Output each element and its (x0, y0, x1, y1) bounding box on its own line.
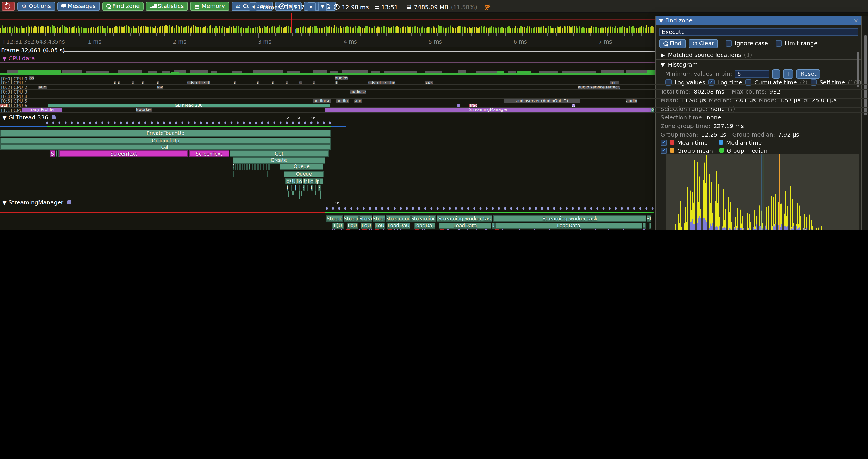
cpu-timeline-chip[interactable]: GLThread 336 (48, 104, 330, 108)
cpu-data-header[interactable]: ▼ CPU data (2, 55, 35, 61)
cpu-timeline-chip[interactable]: c (234, 81, 236, 85)
zone-bar[interactable] (307, 185, 308, 191)
limit-range-checkbox[interactable] (776, 40, 782, 46)
context-switch-marker[interactable]: C (440, 229, 444, 230)
ignore-case-checkbox[interactable] (725, 40, 732, 46)
toolbar-button[interactable]: Messages (57, 1, 100, 11)
glthread-header[interactable]: ▼ GLThread 336 (2, 114, 56, 121)
context-switch-marker[interactable]: C (346, 229, 350, 230)
zone-bar[interactable]: OnTouchUp (0, 137, 331, 143)
zone-bar[interactable] (291, 185, 292, 191)
streamingmanager-header[interactable]: ▼ StreamingManager (2, 199, 71, 205)
context-switch-marker[interactable]: C (375, 229, 378, 230)
matched-locations-toggle[interactable]: ▶Matched source locations(1) (661, 52, 752, 58)
context-switch-marker[interactable]: C (363, 229, 367, 230)
find-button[interactable]: Find (659, 39, 686, 48)
cpu-timeline-chip[interactable]: c (272, 81, 274, 85)
find-zone-titlebar[interactable]: ▼ Find zone× (656, 16, 861, 24)
zone-bar[interactable]: S (50, 151, 55, 157)
zone-bar[interactable] (263, 164, 264, 170)
zone-bar[interactable]: U (643, 223, 645, 229)
zone-bar[interactable] (260, 164, 261, 170)
cpu-timeline-chip[interactable]: ( (336, 81, 338, 85)
zone-bar[interactable]: Lo (296, 178, 303, 184)
zone-bar[interactable] (649, 223, 651, 229)
zone-bar[interactable]: Streaming (411, 215, 436, 222)
zone-bar[interactable]: U (292, 178, 296, 184)
cpu-timeline-chip[interactable]: c (299, 81, 302, 85)
zone-bar[interactable]: |~ (318, 185, 320, 191)
clear-button[interactable]: ⊘Clear (688, 39, 718, 48)
cpu-timeline-chip[interactable]: c (157, 81, 159, 85)
zone-bar[interactable]: Streaming (386, 215, 411, 222)
cpu-timeline-chip[interactable]: Tracy Profiler (22, 108, 62, 112)
cpu-timeline-chip[interactable]: Trac (469, 104, 477, 108)
zone-bar[interactable]: L(U (332, 223, 343, 229)
mean-time-checkbox[interactable]: ✓ (661, 139, 667, 145)
zone-bar[interactable]: LoU (347, 223, 358, 229)
frame-label[interactable]: Frame 32,661 (6.05 s) (1, 47, 65, 54)
zone-bar[interactable]: Up (303, 178, 307, 184)
toolbar-button[interactable]: Find zone (102, 1, 144, 11)
zone-bar[interactable] (254, 164, 256, 170)
zone-bar[interactable]: LoadDaU (414, 223, 435, 229)
zone-bar[interactable]: ( (268, 164, 270, 170)
zone-bar[interactable]: PrivateTouchUp (0, 130, 331, 136)
zone-bar[interactable]: E (232, 164, 234, 170)
cpu-timeline-chip[interactable]: c (131, 81, 134, 85)
zone-bar[interactable]: LoadDaU (387, 223, 410, 229)
cpu-timeline-chip[interactable]: audio. (336, 99, 349, 103)
zone-bar[interactable]: Strea (373, 215, 385, 222)
context-switch-marker[interactable]: C (415, 229, 420, 230)
zone-bar[interactable]: Strean (326, 215, 343, 222)
cpu-timeline-chip[interactable]: audio (626, 99, 637, 103)
close-icon[interactable]: × (854, 17, 858, 23)
cpu-timeline-chip[interactable]: cds (425, 81, 433, 85)
zone-bar[interactable]: ScreenText (189, 151, 229, 157)
cpu-timeline-chip[interactable]: mi_t (610, 81, 619, 85)
context-switch-marker[interactable]: C (495, 229, 499, 230)
context-switch-marker[interactable]: C (388, 229, 392, 230)
decrease-button[interactable]: - (772, 69, 780, 78)
cpu-timeline-chip[interactable]: T (457, 104, 460, 108)
zone-bar[interactable] (56, 151, 58, 157)
find-zone-scrollbar[interactable] (857, 52, 859, 87)
cpu-timeline-chip[interactable]: cds_ol_rx_thr (187, 81, 210, 85)
zone-bar[interactable]: Loa (285, 178, 291, 184)
cpu-timeline-chip[interactable]: e (324, 99, 328, 103)
zone-bar[interactable]: U (491, 223, 494, 229)
zone-bar[interactable]: Get (230, 151, 329, 157)
cpu-timeline-chip[interactable]: c (257, 81, 259, 85)
zone-bar[interactable]: | (295, 185, 297, 191)
zone-bar[interactable]: Create (232, 157, 326, 164)
zone-bar[interactable]: Up (314, 178, 319, 184)
min-bin-input[interactable] (735, 70, 770, 77)
zone-bar[interactable] (246, 164, 248, 170)
group-mean-checkbox[interactable]: ✓ (661, 147, 667, 154)
cpu-timeline-chip[interactable]: kworker/u (136, 108, 152, 112)
zone-time-histogram[interactable] (666, 154, 859, 230)
cpu-timeline-chip[interactable]: auc (354, 99, 363, 103)
cpu-timeline-chip[interactable]: A (572, 104, 575, 108)
zone-bar[interactable] (267, 171, 268, 177)
zone-bar[interactable]: call (0, 144, 331, 150)
zone-bar[interactable]: Strear (343, 215, 359, 222)
histogram-toggle[interactable]: ▼Histogram (661, 61, 698, 67)
increase-button[interactable]: + (783, 69, 794, 78)
zone-bar[interactable] (232, 171, 234, 177)
cpu-timeline-chip[interactable]: c (312, 81, 315, 85)
zone-bar[interactable]: Queue (280, 164, 324, 170)
zone-bar[interactable] (244, 164, 245, 170)
zone-bar[interactable] (237, 164, 238, 170)
zone-bar[interactable] (257, 164, 258, 170)
zone-bar[interactable]: |~ (303, 185, 305, 191)
toolbar-button[interactable] (2, 1, 15, 11)
zone-bar[interactable] (242, 164, 243, 170)
zone-bar[interactable] (58, 151, 59, 157)
zone-bar[interactable]: Streaming worker tas (437, 215, 492, 222)
cpu-timeline-chip[interactable]: GLT (0, 104, 8, 108)
zone-bar[interactable]: ( (311, 185, 312, 191)
frame-dropdown-button[interactable]: ▼ (318, 2, 327, 11)
zone-bar[interactable]: LoadData (495, 223, 642, 229)
cpu-timeline-chip[interactable]: c (114, 81, 116, 85)
